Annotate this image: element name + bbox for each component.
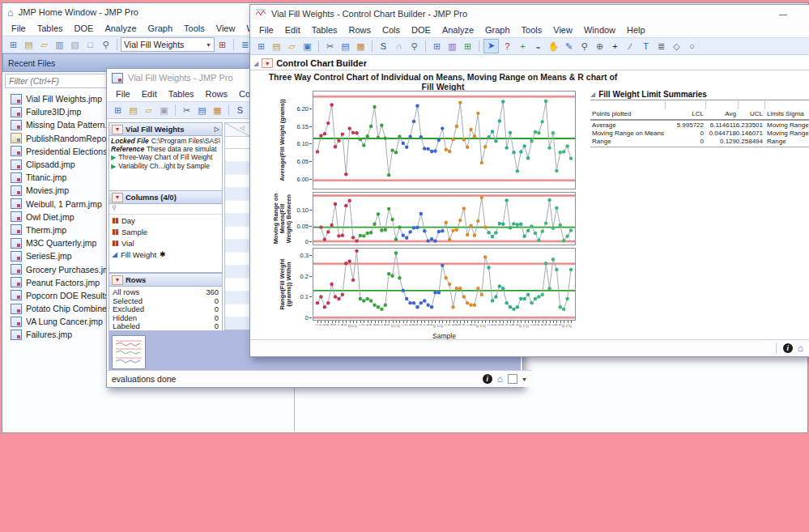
rows-stat-excluded[interactable]: Excluded0	[109, 304, 222, 313]
data-point[interactable]	[387, 272, 390, 275]
data-point[interactable]	[369, 125, 373, 128]
data-point[interactable]	[430, 237, 433, 240]
data-point[interactable]	[501, 100, 505, 103]
report-red-triangle-icon[interactable]: ▼	[262, 58, 273, 68]
data-point[interactable]	[415, 305, 419, 309]
data-point[interactable]	[483, 225, 487, 228]
data-point[interactable]	[398, 276, 401, 279]
data-point[interactable]	[398, 225, 401, 228]
data-point[interactable]	[462, 295, 466, 298]
data-point[interactable]	[341, 233, 344, 236]
data-point[interactable]	[534, 297, 537, 300]
data-point[interactable]	[326, 121, 330, 125]
new-journal-icon[interactable]: ▤	[270, 40, 283, 53]
red-triangle-icon[interactable]: ▼	[112, 125, 123, 134]
data-point[interactable]	[494, 231, 497, 234]
data-point[interactable]	[551, 227, 555, 230]
new-data-table-icon[interactable]: ⊞	[111, 104, 125, 117]
minimize-button[interactable]: —	[779, 10, 787, 19]
data-point[interactable]	[423, 229, 426, 232]
data-point[interactable]	[337, 139, 340, 143]
data-point[interactable]	[380, 124, 383, 127]
data-point[interactable]	[512, 151, 515, 154]
data-point[interactable]	[505, 146, 508, 149]
menu-rows[interactable]: Rows	[343, 24, 377, 36]
data-point[interactable]	[448, 283, 451, 286]
menu-graph[interactable]: Graph	[479, 24, 516, 36]
data-point[interactable]	[544, 100, 547, 103]
open-file-icon[interactable]: ▱	[142, 104, 155, 117]
data-point[interactable]	[473, 304, 476, 307]
data-point[interactable]	[547, 146, 551, 149]
paste-icon[interactable]: ▦	[354, 40, 368, 53]
data-point[interactable]	[505, 301, 508, 304]
menu-window[interactable]: Window	[578, 24, 621, 36]
preview-icon[interactable]: ▧	[68, 38, 82, 51]
data-point[interactable]	[466, 233, 469, 236]
data-point[interactable]	[491, 299, 494, 302]
data-point[interactable]	[366, 134, 369, 138]
lines-icon[interactable]: ≣	[654, 40, 668, 53]
data-point[interactable]	[412, 120, 415, 123]
data-point[interactable]	[509, 226, 512, 229]
data-point[interactable]	[316, 150, 319, 153]
text-box-icon[interactable]: T	[639, 40, 653, 53]
data-point[interactable]	[355, 131, 358, 134]
data-point[interactable]	[390, 148, 394, 151]
home-icon[interactable]: ⌂	[497, 374, 503, 384]
lasso-icon[interactable]: ⚲	[577, 40, 591, 53]
data-point[interactable]	[341, 293, 344, 296]
data-point[interactable]	[519, 223, 522, 226]
data-point[interactable]	[433, 239, 436, 242]
data-point[interactable]	[455, 125, 458, 128]
data-point[interactable]	[377, 136, 380, 139]
hand-icon[interactable]: ✋	[547, 40, 560, 53]
menu-cols[interactable]: Cols	[377, 24, 406, 36]
ellipse-icon[interactable]: ○	[685, 40, 699, 53]
data-point[interactable]	[480, 196, 483, 199]
data-point[interactable]	[469, 128, 472, 131]
data-point[interactable]	[323, 237, 326, 240]
menu-analyze[interactable]: Analyze	[436, 24, 479, 36]
data-point[interactable]	[408, 301, 411, 304]
data-point[interactable]	[534, 232, 537, 235]
add-data-table-icon[interactable]: ⊞	[215, 38, 229, 51]
rows-stat-selected[interactable]: Selected0	[109, 296, 222, 305]
control-chart-panel-2[interactable]	[313, 248, 576, 321]
data-point[interactable]	[462, 206, 466, 210]
menu-tables[interactable]: Tables	[32, 23, 69, 34]
data-point[interactable]	[408, 230, 411, 233]
column-item-fill-weight[interactable]: ◢Fill Weight✱	[109, 249, 222, 260]
dropdown-caret-icon[interactable]: ▼	[522, 377, 527, 382]
data-point[interactable]	[402, 289, 405, 292]
data-point[interactable]	[415, 226, 419, 229]
annotate-icon[interactable]: ∕	[624, 40, 637, 53]
data-point[interactable]	[476, 112, 479, 115]
data-point[interactable]	[498, 284, 501, 287]
data-point[interactable]	[476, 219, 479, 223]
data-point[interactable]	[426, 147, 429, 151]
data-point[interactable]	[355, 239, 358, 242]
new-window-icon[interactable]: □	[83, 38, 97, 51]
data-point[interactable]	[369, 231, 373, 234]
paint-icon[interactable]: ✎	[562, 40, 576, 53]
data-point[interactable]	[394, 251, 398, 254]
disclosure-icon[interactable]: ◢	[253, 60, 258, 67]
data-point[interactable]	[509, 131, 512, 134]
data-point[interactable]	[319, 134, 322, 138]
menu-graph[interactable]: Graph	[143, 23, 179, 34]
data-point[interactable]	[530, 139, 533, 143]
data-point[interactable]	[319, 225, 322, 228]
data-point[interactable]	[541, 120, 544, 123]
data-point[interactable]	[494, 139, 497, 143]
data-point[interactable]	[462, 138, 466, 141]
data-point[interactable]	[415, 104, 419, 108]
data-point[interactable]	[377, 305, 380, 309]
columns-info-icon[interactable]: ▥	[445, 40, 459, 53]
data-point[interactable]	[537, 239, 540, 242]
menu-tools[interactable]: Tools	[178, 23, 211, 34]
data-point[interactable]	[555, 169, 558, 172]
data-point[interactable]	[369, 299, 373, 302]
menu-edit[interactable]: Edit	[279, 24, 306, 36]
data-point[interactable]	[555, 268, 558, 271]
